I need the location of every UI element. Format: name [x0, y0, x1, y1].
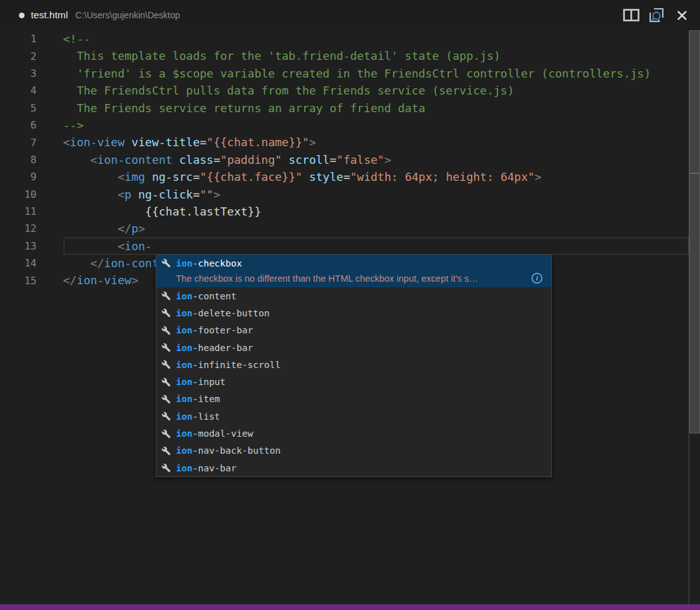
wrench-icon — [161, 308, 171, 318]
line-code: <!-- — [37, 30, 90, 47]
suggest-item-ion-checkbox[interactable]: ion-checkboxThe checkbox is no different… — [156, 255, 551, 287]
wrench-icon — [161, 394, 171, 404]
line-code: {{chat.lastText}} — [37, 203, 261, 220]
line-code: 'friend' is a $scope variable created in… — [37, 65, 651, 82]
code-line-9[interactable]: 9 <img ng-src="{{chat.face}}" style="wid… — [0, 168, 700, 185]
suggest-item-label: ion-modal-view — [176, 429, 253, 439]
suggest-item-label: ion-content — [176, 291, 236, 301]
file-path: C:\Users\gujenkin\Desktop — [76, 10, 180, 20]
suggest-item-ion-modal-view[interactable]: ion-modal-view — [156, 425, 551, 442]
suggest-item-ion-header-bar[interactable]: ion-header-bar — [156, 339, 551, 356]
line-number: 10 — [0, 188, 37, 200]
scrollbar-marker — [690, 173, 699, 174]
suggest-item-label: ion-list — [176, 411, 220, 422]
line-number: 14 — [0, 257, 37, 269]
code-lines: 1<!--2 This template loads for the 'tab.… — [0, 30, 700, 289]
line-number: 5 — [0, 102, 37, 114]
split-editor-icon[interactable] — [622, 6, 641, 25]
suggest-item-label: ion-infinite-scroll — [176, 360, 281, 370]
line-number: 13 — [0, 240, 37, 252]
line-code: </p> — [37, 220, 145, 237]
wrench-icon — [161, 377, 171, 387]
line-number: 12 — [0, 222, 37, 234]
suggest-item-label: ion-checkbox — [176, 258, 242, 268]
suggest-item-ion-item[interactable]: ion-item — [156, 391, 551, 408]
suggest-item-label: ion-input — [176, 377, 226, 387]
line-code: <ion-content class="padding" scroll="fal… — [37, 151, 391, 168]
line-code: The FriendsCtrl pulls data from the Frie… — [37, 82, 514, 99]
code-line-13[interactable]: 13 <ion- — [0, 238, 700, 255]
line-number: 9 — [0, 171, 37, 183]
suggest-item-ion-nav-bar[interactable]: ion-nav-bar — [156, 459, 551, 476]
unsaved-indicator-dot — [19, 13, 25, 18]
close-icon[interactable] — [672, 6, 691, 25]
scrollbar-thumb[interactable] — [689, 30, 700, 434]
wrench-icon — [161, 291, 171, 301]
suggest-item-ion-list[interactable]: ion-list — [156, 408, 551, 425]
svg-text:i: i — [536, 274, 539, 282]
suggest-item-label: ion-item — [176, 394, 220, 404]
code-line-2[interactable]: 2 This template loads for the 'tab.frien… — [0, 47, 700, 64]
info-icon[interactable]: i — [531, 272, 543, 284]
suggest-item-ion-delete-button[interactable]: ion-delete-button — [156, 304, 551, 321]
line-code: This template loads for the 'tab.friend-… — [37, 47, 501, 64]
line-number: 6 — [0, 119, 37, 131]
suggest-item-label: ion-delete-button — [176, 308, 269, 318]
file-name: test.html — [31, 9, 68, 21]
suggest-item-label: ion-nav-back-button — [176, 446, 281, 456]
suggest-item-description: The checkbox is no different than the HT… — [156, 272, 551, 287]
line-code: <ion-view view-title="{{chat.name}}"> — [37, 134, 316, 151]
line-number: 8 — [0, 154, 37, 166]
status-bar — [0, 604, 700, 610]
suggest-item-ion-nav-back-button[interactable]: ion-nav-back-button — [156, 442, 551, 459]
code-line-4[interactable]: 4 The FriendsCtrl pulls data from the Fr… — [0, 82, 700, 99]
code-line-5[interactable]: 5 The Friends service returns an array o… — [0, 100, 700, 117]
wrench-icon — [161, 411, 171, 422]
code-line-6[interactable]: 6--> — [0, 117, 700, 134]
line-number: 4 — [0, 84, 37, 96]
wrench-icon — [161, 360, 171, 370]
line-number: 7 — [0, 137, 37, 149]
wrench-icon — [161, 325, 171, 335]
suggest-item-ion-footer-bar[interactable]: ion-footer-bar — [156, 322, 551, 339]
line-code: </ion-view> — [37, 272, 138, 289]
suggest-item-ion-content[interactable]: ion-content — [156, 287, 551, 304]
code-line-1[interactable]: 1<!-- — [0, 30, 700, 47]
suggest-item-ion-infinite-scroll[interactable]: ion-infinite-scroll — [156, 356, 551, 373]
code-line-8[interactable]: 8 <ion-content class="padding" scroll="f… — [0, 151, 700, 168]
line-code: <ion- — [37, 238, 152, 255]
line-number: 2 — [0, 50, 37, 62]
suggest-item-label: ion-footer-bar — [176, 325, 253, 335]
title-bar: test.html C:\Users\gujenkin\Desktop — [0, 0, 700, 30]
suggest-item-ion-input[interactable]: ion-input — [156, 373, 551, 390]
code-line-7[interactable]: 7<ion-view view-title="{{chat.name}}"> — [0, 134, 700, 151]
open-preview-icon[interactable] — [647, 6, 666, 25]
wrench-icon — [161, 446, 171, 456]
line-number: 15 — [0, 275, 37, 287]
line-number: 11 — [0, 205, 37, 217]
code-line-10[interactable]: 10 <p ng-click=""> — [0, 186, 700, 203]
wrench-icon — [161, 429, 171, 439]
line-number: 3 — [0, 67, 37, 79]
line-number: 1 — [0, 33, 37, 45]
suggest-item-label: ion-nav-bar — [176, 463, 236, 473]
editor[interactable]: 1<!--2 This template loads for the 'tab.… — [0, 30, 700, 604]
wrench-icon — [161, 463, 171, 473]
code-line-11[interactable]: 11 {{chat.lastText}} — [0, 203, 700, 220]
line-code: <img ng-src="{{chat.face}}" style="width… — [37, 168, 542, 185]
code-line-3[interactable]: 3 'friend' is a $scope variable created … — [0, 65, 700, 82]
wrench-icon — [161, 343, 171, 353]
line-code: The Friends service returns an array of … — [37, 100, 425, 117]
wrench-icon — [161, 258, 171, 268]
current-line-highlight — [64, 238, 689, 255]
suggest-widget: ion-checkboxThe checkbox is no different… — [156, 254, 552, 477]
line-code: <p ng-click=""> — [37, 186, 220, 203]
suggest-item-label: ion-header-bar — [176, 343, 253, 353]
line-code: --> — [37, 117, 84, 134]
code-line-12[interactable]: 12 </p> — [0, 220, 700, 237]
suggest-list: ion-checkboxThe checkbox is no different… — [156, 255, 551, 476]
titlebar-actions — [622, 6, 700, 25]
